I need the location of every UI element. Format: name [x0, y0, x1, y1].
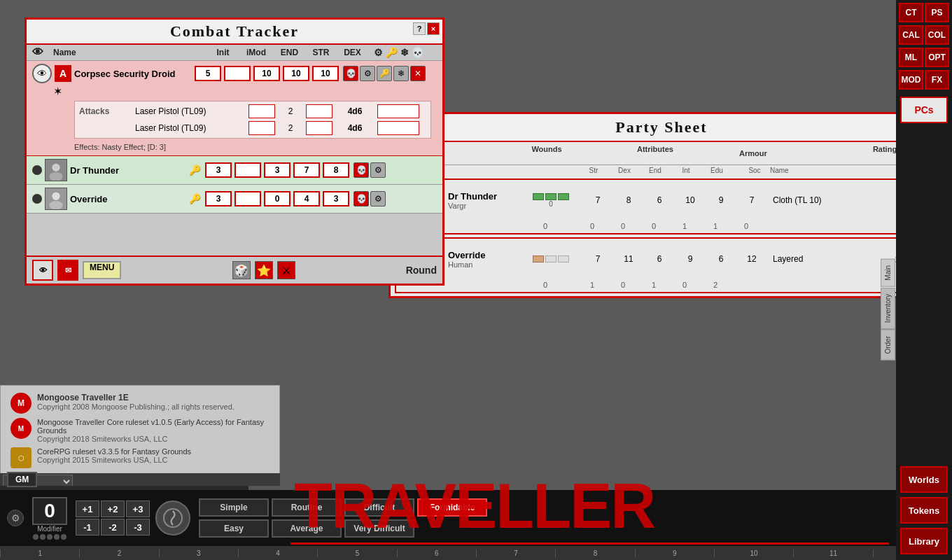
ps-override-int: 9: [675, 254, 706, 264]
ct-override-dex[interactable]: 3: [323, 191, 349, 206]
ruler-4: 4: [238, 550, 317, 557]
pm-plus1[interactable]: +1: [76, 500, 99, 517]
sidebar-btn-col[interactable]: COL: [925, 25, 949, 45]
sidebar-tokens-button[interactable]: Tokens: [900, 497, 948, 524]
pm-row-plus: +1 +2 +3: [76, 500, 150, 517]
ruler-11: 11: [793, 550, 872, 557]
ps-override-end-sub: 1: [638, 281, 669, 289]
ps-drthunder-wounds: 0: [519, 193, 582, 208]
ct-override-str[interactable]: 4: [293, 191, 320, 206]
ct-header-eye: 👁: [32, 46, 53, 59]
sidebar-btn-ps[interactable]: PS: [925, 3, 949, 22]
ct-attack-box-1[interactable]: [248, 104, 275, 118]
info-mongoose: M Mongoose Traveller 1E Copyright 2008 M…: [10, 393, 270, 414]
ps-drthunder-name: Dr Thunder: [448, 191, 519, 202]
ct-corpsec-dex[interactable]: 10: [312, 66, 339, 81]
ct-override-key-icon: 🔑: [189, 193, 201, 204]
ct-drthunder-init[interactable]: 3: [205, 162, 232, 178]
ps-drthunder-wound-bar: [533, 193, 569, 200]
ps-subhdr-attrs: Str Dex End Int Edu: [578, 167, 732, 174]
ct-drthunder-dex[interactable]: 8: [323, 162, 349, 178]
ct-close-button[interactable]: ×: [427, 22, 440, 35]
ct-footer-mail-btn[interactable]: ✉: [57, 260, 78, 281]
ps-drthunder-edu-sub: 1: [700, 222, 731, 230]
pm-minus1[interactable]: -1: [76, 519, 99, 536]
ct-footer-eye-btn[interactable]: 👁: [32, 260, 53, 281]
ct-menu-button[interactable]: MENU: [83, 261, 121, 279]
ruler-6: 6: [397, 550, 476, 557]
pm-minus2[interactable]: -2: [101, 519, 125, 536]
sidebar-library-button[interactable]: Library: [900, 528, 948, 554]
ct-drthunder-end[interactable]: 3: [264, 162, 290, 178]
diff-btn-easy[interactable]: Easy: [199, 519, 269, 538]
ps-tab-inventory[interactable]: Inventory: [881, 288, 895, 329]
sidebar-btn-opt[interactable]: OPT: [925, 48, 949, 67]
party-sheet-title: Party Sheet: [615, 118, 707, 136]
ct-attack-box-2[interactable]: [248, 121, 275, 135]
ct-corpsec-expand-icon[interactable]: ✶: [53, 85, 62, 98]
ct-header-end: END: [274, 48, 305, 57]
ct-corpsec-subrow: ✶: [53, 85, 437, 98]
sidebar-pcs-button[interactable]: PCs: [900, 97, 948, 123]
snowflake-icon: ❄: [400, 47, 409, 58]
combat-tracker-titlebar: Combat Tracker ? ×: [27, 20, 442, 45]
ct-drthunder-str[interactable]: 7: [293, 162, 320, 178]
ct-override-end[interactable]: 0: [264, 191, 290, 206]
ct-drthunder-gear-icon: ⚙: [370, 162, 386, 178]
sidebar-btn-fx[interactable]: FX: [925, 70, 949, 90]
ps-override-race: Human: [448, 260, 519, 269]
ct-row-corpsec-main: 👁 A Corpsec Security Droid 5 10 10 10 💀 …: [32, 64, 437, 83]
ps-drthunder-subrow: 0 0 0 0 1 1 0: [396, 220, 927, 233]
modifier-label: Modifier: [37, 525, 62, 533]
ps-subhdr-int: Int: [671, 167, 701, 174]
ct-footer-icon-2[interactable]: ⭐: [255, 261, 273, 279]
ps-tab-main[interactable]: Main: [881, 259, 895, 287]
ps-drthunder-dex-sub: 0: [608, 222, 638, 230]
mod-dot-4: [54, 534, 59, 540]
sidebar-btn-mod[interactable]: MOD: [899, 70, 923, 90]
pm-plus2[interactable]: +2: [101, 500, 125, 517]
sidebar-btn-cal[interactable]: CAL: [899, 25, 923, 45]
ct-footer-icon-1[interactable]: 🎲: [232, 261, 251, 279]
ps-drthunder-soc-sub: 0: [731, 222, 762, 230]
settings-icon[interactable]: ⚙: [7, 510, 24, 526]
ct-override-init[interactable]: 3: [205, 191, 232, 206]
diff-btn-simple[interactable]: Simple: [199, 498, 269, 517]
info-text-1: Mongoose Traveller 1E Copyright 2008 Mon…: [37, 393, 234, 411]
ct-corpsec-init[interactable]: 5: [195, 66, 221, 81]
ct-footer-icon-3[interactable]: ⚔: [277, 261, 295, 279]
ct-corpsec-end[interactable]: 10: [253, 66, 280, 81]
ct-corpsec-imod[interactable]: [224, 66, 251, 81]
ct-empty-area: [27, 214, 442, 255]
eye-icon: 👁: [32, 46, 43, 58]
ct-attack-box-2b[interactable]: [306, 121, 332, 135]
ct-corpsec-eye[interactable]: 👁: [32, 64, 52, 83]
gear-icon: ⚙: [374, 47, 383, 58]
info-panel: M Mongoose Traveller 1E Copyright 2008 M…: [0, 385, 280, 476]
ct-override-imod[interactable]: [234, 191, 261, 206]
pm-minus3[interactable]: -3: [126, 519, 150, 536]
ct-attack-result-1[interactable]: [377, 104, 419, 118]
ct-corpsec-name: Corpsec Security Droid: [74, 69, 193, 79]
ct-window-buttons: ? ×: [413, 22, 440, 35]
ps-tab-order[interactable]: Order: [881, 330, 895, 360]
ct-corpsec-str[interactable]: 10: [283, 66, 309, 81]
ct-corpsec-gear-icon: ⚙: [360, 66, 375, 81]
sidebar-worlds-button[interactable]: Worlds: [900, 466, 948, 493]
svg-point-1: [52, 164, 59, 172]
ct-header-status-icons: ⚙ 🔑 ❄ 💀: [374, 47, 424, 58]
sidebar-btn-ct[interactable]: CT: [899, 3, 923, 22]
pm-plus3[interactable]: +3: [126, 500, 150, 517]
ps-drthunder-race: Vargr: [448, 202, 519, 210]
ct-attack-result-2[interactable]: [377, 121, 419, 135]
ct-attack-box-1b[interactable]: [306, 104, 332, 118]
ct-drthunder-name: Dr Thunder: [70, 165, 189, 176]
modifier-dots: [33, 534, 66, 540]
ps-override-name: Override: [448, 250, 519, 260]
ct-help-button[interactable]: ?: [413, 22, 426, 35]
ct-drthunder-imod[interactable]: [234, 162, 261, 178]
ps-subhdr-end: End: [640, 167, 671, 174]
spinner-button[interactable]: [155, 500, 190, 536]
sidebar-btn-ml[interactable]: ML: [899, 48, 923, 67]
corerpg-logo: ⬡: [10, 447, 31, 468]
